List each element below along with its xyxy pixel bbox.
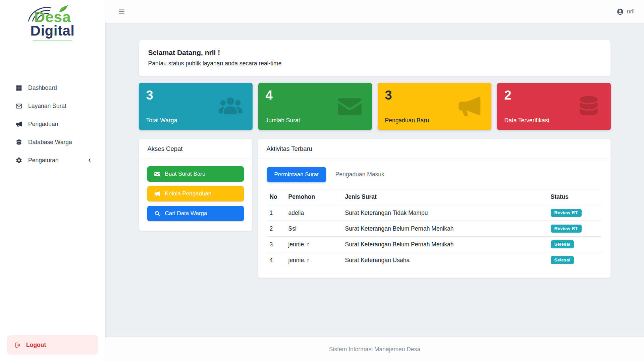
sidebar-item-pengaturan[interactable]: Pengaturan [0, 151, 105, 169]
search-icon [154, 210, 161, 217]
sidebar-item-database-warga[interactable]: Database Warga [0, 133, 105, 151]
envelope-icon [15, 103, 22, 110]
sidebar-item-dashboard[interactable]: Dashboard [0, 79, 105, 97]
stat-label: Pengaduan Baru [385, 117, 429, 124]
status-badge: Review RT [551, 225, 582, 233]
cell-pemohon: jennie. r [286, 252, 342, 268]
logout-icon [14, 342, 21, 349]
stat-card-pengaduan-baru: 3 Pengaduan Baru [378, 83, 491, 130]
topbar: nrll [105, 0, 644, 23]
dashboard-grid-icon [15, 84, 22, 92]
logo-underline [33, 41, 72, 41]
megaphone-icon [15, 121, 22, 128]
hamburger-menu-icon[interactable] [118, 8, 125, 15]
quick-action-kelola-pengaduan[interactable]: Kelola Pengaduan [147, 186, 244, 201]
table-row: 1 adelia Surat Keterangan Tidak Mampu Re… [267, 205, 602, 221]
footer-text: Sistem Informasi Manajemen Desa [329, 346, 420, 353]
cell-no: 2 [267, 221, 286, 237]
column-header-pemohon: Pemohon [286, 189, 342, 205]
activity-tabs: Permintaan Surat Pengaduan Masuk [267, 167, 602, 182]
sidebar-item-pengaduan[interactable]: Pengaduan [0, 115, 105, 133]
footer: Sistem Informasi Manajemen Desa [105, 337, 644, 362]
quick-action-label: Kelola Pengaduan [165, 190, 212, 197]
sidebar-item-label: Dashboard [28, 84, 57, 92]
cell-no: 3 [267, 237, 286, 252]
table-row: 3 jennie. r Surat Keterangan Belum Perna… [267, 237, 602, 252]
megaphone-icon [456, 93, 483, 120]
quick-action-label: Buat Surat Baru [165, 171, 206, 177]
stat-card-total-warga: 3 Total Warga [139, 83, 253, 130]
column-header-jenis-surat: Jenis Surat [342, 189, 548, 205]
megaphone-icon [154, 190, 161, 197]
recent-activity-card: Aktivitas Terbaru Permintaan Surat Penga… [258, 139, 611, 278]
quick-access-body: Buat Surat Baru Kelola Pengaduan Cari Da… [139, 159, 252, 231]
cell-pemohon: Ssi [286, 221, 342, 237]
table-row: 2 Ssi Surat Keterangan Belum Pernah Meni… [267, 221, 602, 237]
status-badge: Selesai [551, 240, 574, 248]
cell-jenis-surat: Surat Keterangan Tidak Mampu [342, 205, 548, 221]
stat-label: Data Terverifikasi [504, 117, 549, 124]
cell-pemohon: jennie. r [286, 237, 342, 252]
envelope-solid-icon [336, 93, 363, 120]
sidebar-item-layanan-surat[interactable]: Layanan Surat [0, 97, 105, 115]
main-area: nrll Selamat Datang, nrll ! Pantau statu… [105, 0, 644, 362]
cell-no: 4 [267, 252, 286, 268]
table-row: 4 jennie. r Surat Keterangan Usaha Seles… [267, 252, 602, 268]
sidebar: Desa Digital Dashboard Layanan Surat Pen… [0, 0, 105, 362]
cell-pemohon: adelia [286, 205, 342, 221]
stat-label: Jumlah Surat [266, 117, 300, 124]
stat-label: Total Warga [146, 117, 177, 124]
app-logo: Desa Digital [26, 5, 79, 41]
stat-card-jumlah-surat: 4 Jumlah Surat [258, 83, 372, 130]
cell-no: 1 [267, 205, 286, 221]
content: Selamat Datang, nrll ! Pantau status pub… [105, 23, 644, 337]
stats-row: 3 Total Warga 4 Jumlah Surat 3 Pengaduan… [139, 83, 611, 130]
column-header-no: No [267, 189, 286, 205]
sidebar-item-label: Layanan Surat [28, 103, 66, 110]
column-header-status: Status [548, 189, 602, 205]
status-badge: Selesai [551, 256, 574, 264]
quick-action-buat-surat-baru[interactable]: Buat Surat Baru [147, 166, 244, 182]
database-icon [575, 93, 602, 120]
welcome-subtitle: Pantau status publik layanan anda secara… [148, 60, 601, 67]
quick-action-label: Cari Data Warga [165, 210, 207, 217]
username-label: nrll [627, 8, 635, 15]
status-badge: Review RT [551, 209, 582, 217]
quick-access-card: Akses Cepat Buat Surat Baru Kelola Penga… [139, 139, 252, 231]
person-circle-icon [616, 8, 624, 15]
people-group-icon [217, 93, 244, 120]
quick-action-cari-data-warga[interactable]: Cari Data Warga [147, 206, 244, 221]
tab-pengaduan-masuk[interactable]: Pengaduan Masuk [334, 167, 386, 182]
cell-jenis-surat: Surat Keterangan Belum Pernah Menikah [342, 237, 548, 252]
cell-jenis-surat: Surat Keterangan Usaha [342, 252, 548, 268]
sidebar-item-label: Pengaduan [28, 121, 58, 128]
user-menu[interactable]: nrll [616, 8, 635, 15]
recent-activity-title: Aktivitas Terbaru [258, 139, 610, 159]
stat-card-data-terverifikasi: 2 Data Terverifikasi [497, 83, 611, 130]
chevron-left-icon [87, 158, 92, 163]
sidebar-item-label: Pengaturan [28, 157, 59, 164]
welcome-card: Selamat Datang, nrll ! Pantau status pub… [139, 40, 611, 76]
brand-name-line2: Digital [26, 24, 79, 38]
cell-jenis-surat: Surat Keterangan Belum Pernah Menikah [342, 221, 548, 237]
activity-table: NoPemohonJenis SuratStatus 1 adelia Sura… [267, 189, 602, 268]
quick-access-title: Akses Cepat [139, 139, 252, 159]
sidebar-item-label: Database Warga [28, 139, 72, 146]
logout-button[interactable]: Logout [7, 335, 98, 355]
sidebar-nav: Dashboard Layanan Surat Pengaduan Databa… [0, 79, 105, 169]
tab-permintaan-surat[interactable]: Permintaan Surat [267, 167, 326, 182]
gear-icon [15, 157, 22, 164]
sidebar-bottom: Logout [0, 328, 105, 362]
welcome-title: Selamat Datang, nrll ! [148, 49, 601, 57]
table-header-row: NoPemohonJenis SuratStatus [267, 189, 602, 205]
database-icon [15, 139, 22, 146]
logout-label: Logout [26, 342, 46, 349]
brand-name-line1: Desa [26, 10, 79, 24]
envelope-solid-icon [154, 171, 161, 177]
